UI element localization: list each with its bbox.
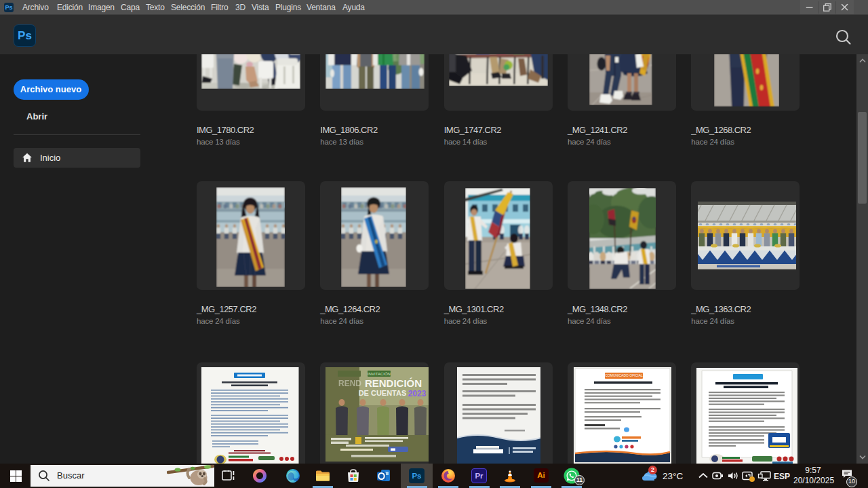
svg-text:REND: REND [338,379,361,388]
svg-text:2023: 2023 [408,389,426,398]
svg-text:COMUNICADO OFICIAL: COMUNICADO OFICIAL [606,373,644,377]
svg-text:RENDICIÓN: RENDICIÓN [364,377,421,389]
svg-text:INVITACIÓN: INVITACIÓN [368,372,391,376]
svg-text:DE CUENTAS: DE CUENTAS [358,389,406,397]
